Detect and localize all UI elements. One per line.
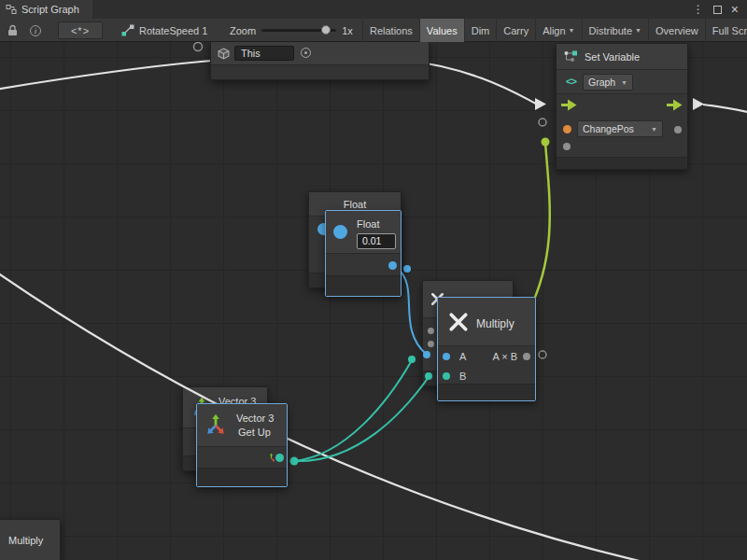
empty-port-indicator: [539, 351, 546, 358]
zoom-value: 1x: [342, 25, 353, 36]
float-value-input[interactable]: 0.01: [357, 233, 396, 249]
float-output-port[interactable]: [388, 261, 397, 270]
vector3-output-port[interactable]: [275, 454, 284, 462]
tab-script-graph[interactable]: Script Graph: [0, 0, 92, 19]
window-controls: ⋮ ×: [693, 0, 747, 19]
shadow-port: [428, 328, 434, 334]
node-subtitle: Get Up: [238, 427, 271, 438]
graph-breadcrumb[interactable]: RotateSpeed 1: [121, 19, 207, 42]
wire-vector3-teal: [293, 377, 429, 461]
info-icon: i: [30, 25, 41, 36]
cube-icon: [218, 48, 230, 60]
set-variable-node[interactable]: Set Variable <> Graph▼ ChangePos▼: [556, 43, 688, 170]
this-field[interactable]: This: [234, 46, 294, 61]
close-icon[interactable]: ×: [731, 3, 739, 16]
float-node[interactable]: Float 0.01: [325, 210, 402, 297]
info-button[interactable]: i: [26, 19, 45, 42]
script-graph-icon: [6, 4, 17, 15]
chevron-down-icon: ▼: [635, 27, 641, 34]
flow-arrowhead: [535, 98, 546, 110]
zoom-control: Zoom 1x: [230, 19, 353, 42]
output-port[interactable]: [523, 353, 530, 360]
vector3-node[interactable]: Vector 3 Get Up: [196, 403, 288, 487]
script-graph-window: Script Graph ⋮ × i <*> RotateS: [0, 0, 747, 560]
wire-flow-diagonal: [0, 271, 668, 560]
value-out-port[interactable]: [674, 126, 682, 133]
graph-toolbar: i <*> RotateSpeed 1 Zoom 1x Relations Va…: [0, 19, 747, 42]
empty-port-indicator: [194, 43, 203, 51]
input-b-label: B: [459, 371, 466, 382]
wire-value-green: [529, 143, 550, 312]
zoom-label: Zoom: [230, 25, 256, 36]
toolbar-button-align[interactable]: Align▼: [535, 19, 581, 42]
toolbar-button-overview[interactable]: Overview: [648, 19, 705, 42]
scope-dropdown[interactable]: Graph▼: [583, 74, 633, 91]
multiply-icon: [448, 312, 469, 332]
lock-icon: [7, 24, 18, 36]
value-in-port[interactable]: [563, 143, 571, 150]
toolbar-button-carry[interactable]: Carry: [496, 19, 535, 42]
flow-in-port[interactable]: [561, 99, 577, 111]
chevron-down-icon: ▼: [621, 79, 627, 86]
zoom-slider[interactable]: [261, 19, 336, 42]
wire-endpoint-teal: [290, 457, 299, 466]
shadow-port: [428, 341, 434, 347]
graph-icon: [121, 24, 134, 36]
graph-canvas[interactable]: Float Vector 3: [0, 42, 747, 560]
empty-port-indicator: [539, 119, 546, 126]
variable-type-icon: <>: [566, 76, 576, 87]
wire-endpoint-green: [542, 138, 550, 147]
maximize-icon[interactable]: [713, 6, 722, 14]
multiply-node[interactable]: Multiply A A × B B: [437, 297, 536, 401]
toolbar-button-dim[interactable]: Dim: [464, 19, 497, 42]
wire-endpoint-teal: [408, 356, 416, 363]
flow-out-port[interactable]: [667, 99, 683, 111]
chevron-down-icon: ▼: [651, 126, 657, 133]
wire-flow-right: [703, 105, 747, 113]
wire-vector3-teal: [293, 360, 412, 461]
toolbar-button-full-screen[interactable]: Full Screen: [705, 19, 747, 42]
tab-bar: Script Graph ⋮ ×: [0, 0, 747, 19]
wire-endpoint-blue: [403, 265, 411, 273]
toolbar-button-values[interactable]: Values: [419, 19, 464, 42]
input-a-port[interactable]: [443, 353, 450, 360]
angle-brackets-icon: <*>: [58, 21, 103, 39]
set-variable-icon: [563, 49, 578, 64]
chevron-down-icon: ▼: [569, 27, 575, 34]
tab-title: Script Graph: [21, 4, 79, 15]
angle-brackets-button[interactable]: <*>: [58, 19, 103, 42]
graph-name: RotateSpeed 1: [139, 25, 207, 36]
vector3-icon: [204, 413, 228, 437]
this-node[interactable]: This: [210, 42, 430, 80]
self-target-icon: [301, 48, 311, 58]
toolbar-buttons: Relations Values Dim Carry Align▼ Distri…: [362, 19, 747, 42]
zoom-slider-handle[interactable]: [321, 25, 331, 35]
input-a-label: A: [459, 351, 466, 362]
kebab-menu-icon[interactable]: ⋮: [693, 4, 704, 15]
flow-arrowhead: [693, 98, 704, 110]
toolbar-button-relations[interactable]: Relations: [362, 19, 419, 42]
variable-name-dropdown[interactable]: ChangePos▼: [577, 120, 663, 137]
output-label: A × B: [492, 351, 517, 362]
toolbar-button-distribute[interactable]: Distribute▼: [582, 19, 648, 42]
corner-multiply-node[interactable]: Multiply: [0, 519, 61, 560]
variable-name-port[interactable]: [563, 125, 571, 133]
float-icon: [333, 225, 347, 239]
lock-button[interactable]: [4, 19, 21, 42]
input-b-port[interactable]: [443, 372, 450, 380]
